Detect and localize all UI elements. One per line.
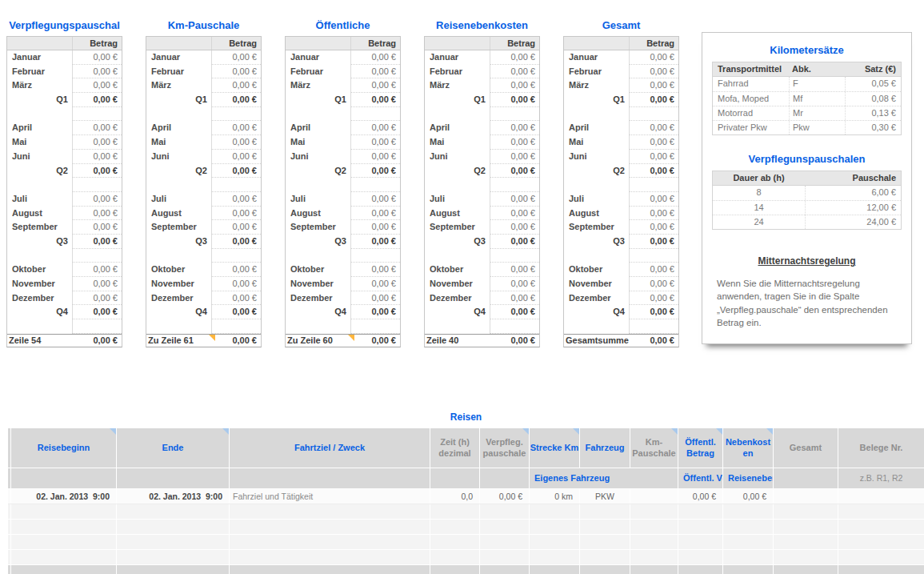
summary-row-value-cell[interactable]: 0,00 € [490,263,539,277]
summary-row-value-cell[interactable] [72,319,122,334]
summary-row-value-cell[interactable]: 0,00 € [72,220,122,235]
summary-row-value-cell[interactable]: 0,00 € [490,277,539,291]
comment-marker-icon[interactable] [522,428,529,435]
cell-gesamt[interactable] [774,489,838,504]
summary-row-value-cell[interactable]: 0,00 € [629,277,678,291]
summary-row-value-cell[interactable] [211,319,261,334]
summary-row-value-cell[interactable]: 0,00 € [629,135,678,150]
summary-row-value-cell[interactable]: 0,00 € [72,50,122,65]
cell-zeit[interactable]: 0,0 [430,489,480,504]
comment-marker-icon[interactable] [222,428,229,435]
summary-row-value-cell[interactable]: 0,00 € [350,50,400,65]
km-cell-satz[interactable]: 0,08 € [845,92,901,106]
comment-marker-icon[interactable] [348,335,354,341]
summary-row-value-cell[interactable]: 0,00 € [490,65,539,79]
summary-row-value-cell[interactable]: 0,00 € [72,135,122,150]
summary-row-value-cell[interactable]: 0,00 € [629,150,678,164]
comment-marker-icon[interactable] [209,335,215,341]
summary-row-value-cell[interactable] [490,107,539,122]
cell-km-pauschale[interactable] [630,489,678,504]
summary-row-value-cell[interactable] [350,319,400,334]
summary-row-value-cell[interactable]: 0,00 € [350,277,400,291]
summary-row-value-cell[interactable]: 0,00 € [72,150,122,164]
pauschalen-cell-pauschale[interactable]: 12,00 € [805,201,901,215]
comment-marker-icon[interactable] [716,428,722,435]
cell-fahrzeug[interactable]: PKW [580,489,630,504]
summary-row-value-cell[interactable] [629,107,678,122]
summary-row-value-cell[interactable]: 0,00 € [490,207,539,221]
summary-row-value-cell[interactable] [72,178,122,192]
empty-row[interactable] [8,504,924,520]
summary-row-value-cell[interactable]: 0,00 € [629,78,678,93]
summary-row-value-cell[interactable]: 0,00 € [72,192,122,207]
summary-row-value-cell[interactable]: 0,00 € [629,220,678,235]
summary-row-value-cell[interactable]: 0,00 € [72,305,122,319]
summary-row-value-cell[interactable] [211,107,261,122]
summary-row-value-cell[interactable]: 0,00 € [211,207,261,221]
summary-row-value-cell[interactable]: 0,00 € [350,121,400,135]
summary-row-value-cell[interactable]: 0,00 € [490,78,539,93]
summary-row-value-cell[interactable]: 0,00 € [490,192,539,207]
summary-footer-value-cell[interactable]: 0,00 € [354,335,400,347]
summary-row-value-cell[interactable]: 0,00 € [629,50,678,65]
summary-row-value-cell[interactable] [211,249,261,263]
group-separator-row[interactable] [8,565,924,574]
summary-row-value-cell[interactable]: 0,00 € [72,263,122,277]
summary-row-value-cell[interactable]: 0,00 € [490,121,539,135]
summary-row-value-cell[interactable]: 0,00 € [350,93,400,107]
summary-row-value-cell[interactable]: 0,00 € [490,235,539,249]
summary-row-value-cell[interactable]: 0,00 € [211,263,261,277]
summary-row-value-cell[interactable]: 0,00 € [490,50,539,65]
summary-row-value-cell[interactable]: 0,00 € [72,207,122,221]
cell-strecke[interactable]: 0 km [530,489,580,504]
summary-row-value-cell[interactable]: 0,00 € [350,65,400,79]
summary-row-value-cell[interactable] [350,178,400,192]
summary-row-value-cell[interactable]: 0,00 € [350,305,400,319]
summary-footer-value-cell[interactable]: 0,00 € [633,335,678,347]
cell-verpfleg[interactable]: 0,00 € [480,489,530,504]
summary-row-value-cell[interactable] [629,249,678,263]
summary-row-value-cell[interactable]: 0,00 € [490,93,539,107]
summary-row-value-cell[interactable]: 0,00 € [211,277,261,291]
summary-row-value-cell[interactable]: 0,00 € [629,263,678,277]
cell-belege[interactable] [838,489,924,504]
summary-footer-value-cell[interactable]: 0,00 € [215,335,261,347]
summary-row-value-cell[interactable]: 0,00 € [350,150,400,164]
summary-row-value-cell[interactable]: 0,00 € [211,50,261,65]
summary-row-value-cell[interactable]: 0,00 € [629,93,678,107]
summary-footer-value-cell[interactable]: 0,00 € [494,335,539,347]
summary-row-value-cell[interactable]: 0,00 € [350,291,400,306]
summary-row-value-cell[interactable]: 0,00 € [211,65,261,79]
summary-row-value-cell[interactable]: 0,00 € [350,78,400,93]
summary-row-value-cell[interactable]: 0,00 € [490,291,539,306]
empty-row[interactable] [8,535,924,550]
summary-row-value-cell[interactable]: 0,00 € [72,65,122,79]
summary-row-value-cell[interactable]: 0,00 € [72,277,122,291]
summary-row-value-cell[interactable]: 0,00 € [72,78,122,93]
summary-row-value-cell[interactable]: 0,00 € [211,220,261,235]
summary-row-value-cell[interactable]: 0,00 € [211,135,261,150]
summary-row-value-cell[interactable]: 0,00 € [72,164,122,179]
summary-row-value-cell[interactable]: 0,00 € [629,121,678,135]
summary-row-value-cell[interactable] [629,319,678,334]
pauschalen-cell-pauschale[interactable]: 6,00 € [805,186,901,200]
summary-row-value-cell[interactable]: 0,00 € [72,93,122,107]
summary-row-value-cell[interactable]: 0,00 € [211,192,261,207]
empty-row[interactable] [8,550,924,565]
summary-row-value-cell[interactable] [490,249,539,263]
summary-row-value-cell[interactable] [211,178,261,192]
summary-row-value-cell[interactable]: 0,00 € [72,121,122,135]
summary-row-value-cell[interactable]: 0,00 € [350,220,400,235]
cell-oeffentl[interactable]: 0,00 € [678,489,723,504]
summary-row-value-cell[interactable]: 0,00 € [350,235,400,249]
summary-row-value-cell[interactable]: 0,00 € [490,150,539,164]
empty-row[interactable] [8,520,924,535]
summary-row-value-cell[interactable] [350,249,400,263]
summary-row-value-cell[interactable]: 0,00 € [211,93,261,107]
summary-row-value-cell[interactable] [629,178,678,192]
summary-row-value-cell[interactable]: 0,00 € [350,192,400,207]
summary-row-value-cell[interactable]: 0,00 € [211,235,261,249]
summary-row-value-cell[interactable]: 0,00 € [211,78,261,93]
summary-row-value-cell[interactable] [490,178,539,192]
summary-row-value-cell[interactable]: 0,00 € [629,65,678,79]
